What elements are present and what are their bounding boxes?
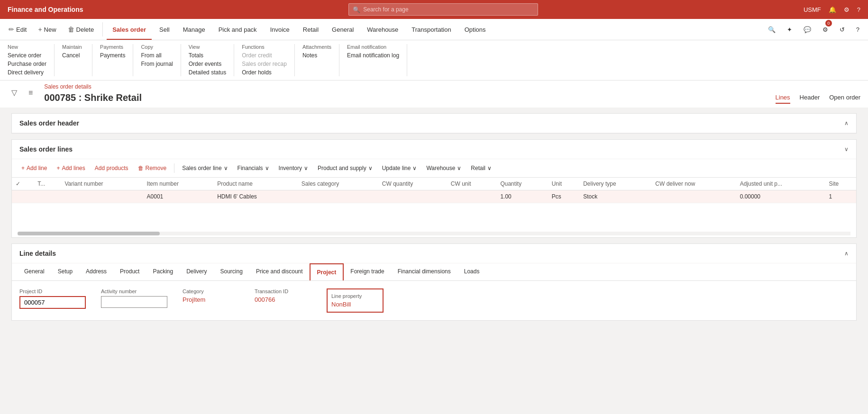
- ld-tab-delivery[interactable]: Delivery: [180, 263, 213, 280]
- add-products-button[interactable]: Add products: [91, 163, 132, 173]
- ld-tab-project[interactable]: Project: [310, 263, 344, 281]
- ribbon-item-order-holds[interactable]: Order holds: [242, 69, 287, 76]
- table-row[interactable]: A0001 HDMI 6' Cables 1.00 Pcs Stock 0.00…: [12, 190, 856, 203]
- ld-tab-address[interactable]: Address: [79, 263, 113, 280]
- warehouse-dropdown[interactable]: Warehouse ∨: [422, 163, 465, 173]
- ribbon-item-order-events[interactable]: Order events: [189, 60, 226, 68]
- ribbon-item-from-all[interactable]: From all: [141, 52, 173, 59]
- col-product-name: Product name: [213, 178, 298, 190]
- tab-transportation[interactable]: Transportation: [406, 19, 457, 40]
- sol-dropdown-chevron: ∨: [224, 165, 228, 171]
- cell-product-name: HDMI 6' Cables: [213, 190, 298, 203]
- ribbon-item-notes[interactable]: Notes: [302, 52, 331, 59]
- col-t: T...: [34, 178, 61, 190]
- tab-retail[interactable]: Retail: [297, 19, 324, 40]
- new-label: New: [44, 26, 56, 33]
- sales-order-lines-toggle[interactable]: Sales order lines ∨: [12, 140, 856, 159]
- tab-manage[interactable]: Manage: [177, 19, 211, 40]
- ribbon-item-payments[interactable]: Payments: [100, 52, 125, 59]
- tab-general[interactable]: General: [326, 19, 359, 40]
- user-label: USMF: [804, 6, 821, 13]
- ribbon-item-order-credit[interactable]: Order credit: [242, 52, 287, 59]
- transaction-id-link[interactable]: 000766: [255, 296, 311, 303]
- ribbon-group-attachments-items: Notes: [302, 52, 331, 59]
- ribbon-item-email-log[interactable]: Email notification log: [347, 52, 399, 59]
- header-tab-lines[interactable]: Lines: [776, 92, 790, 104]
- delete-action[interactable]: 🗑 Delete: [63, 19, 99, 40]
- ribbon-item-detailed-status[interactable]: Detailed status: [189, 69, 226, 76]
- ribbon-group-email: Email notification Email notification lo…: [339, 44, 407, 76]
- remove-button[interactable]: 🗑 Remove: [134, 163, 171, 173]
- header-row: ✓ T... Variant number Item number Produc…: [12, 178, 856, 190]
- line-details-chevron-up: ∧: [844, 250, 849, 257]
- tab-options[interactable]: Options: [459, 19, 492, 40]
- ribbon: ✏ Edit + New 🗑 Delete Sales order Sell M…: [0, 19, 868, 40]
- ribbon-icon1[interactable]: ✦: [782, 19, 797, 40]
- ld-tab-loads[interactable]: Loads: [457, 263, 486, 280]
- ribbon-item-purchase-order[interactable]: Purchase order: [8, 60, 46, 68]
- line-details-toggle[interactable]: Line details ∧: [12, 244, 856, 263]
- ld-tab-general[interactable]: General: [18, 263, 51, 280]
- edit-action[interactable]: ✏ Edit: [4, 19, 31, 40]
- update-line-dropdown[interactable]: Update line ∨: [378, 163, 421, 173]
- table-scroll[interactable]: ✓ T... Variant number Item number Produc…: [12, 178, 856, 203]
- tab-warehouse[interactable]: Warehouse: [361, 19, 404, 40]
- ribbon-icon2[interactable]: 💬: [799, 19, 816, 40]
- new-action[interactable]: + New: [33, 19, 61, 40]
- ld-tab-financial-dimensions[interactable]: Financial dimensions: [391, 263, 457, 280]
- scroll-track[interactable]: [18, 232, 850, 235]
- ribbon-group-view: View Totals Order events Detailed status: [181, 44, 234, 76]
- search-bar[interactable]: 🔍: [348, 3, 538, 16]
- cell-unit: Pcs: [548, 190, 580, 203]
- ribbon-item-sales-order-recap[interactable]: Sales order recap: [242, 60, 287, 68]
- ribbon-item-totals[interactable]: Totals: [189, 52, 226, 59]
- financials-dropdown[interactable]: Financials ∨: [234, 163, 273, 173]
- retail-dropdown[interactable]: Retail ∨: [467, 163, 495, 173]
- notification-icon[interactable]: 🔔: [829, 6, 836, 13]
- product-and-supply-dropdown[interactable]: Product and supply ∨: [314, 163, 376, 173]
- ribbon-icon4[interactable]: ↺: [835, 19, 850, 40]
- ribbon-item-service-order[interactable]: Service order: [8, 52, 46, 59]
- add-line-button[interactable]: + Add line: [18, 163, 51, 173]
- sales-order-header-toggle[interactable]: Sales order header ∧: [12, 114, 856, 133]
- activity-number-input[interactable]: [101, 296, 167, 308]
- ribbon-item-direct-delivery[interactable]: Direct delivery: [8, 69, 46, 76]
- sales-order-line-dropdown[interactable]: Sales order line ∨: [178, 163, 231, 173]
- line-property-link[interactable]: NonBill: [331, 301, 379, 308]
- ribbon-icon5[interactable]: ?: [851, 19, 864, 40]
- breadcrumb[interactable]: Sales order details: [44, 83, 860, 90]
- tab-invoice[interactable]: Invoice: [265, 19, 295, 40]
- filter-icon[interactable]: ▽: [4, 84, 25, 101]
- tab-sales-order[interactable]: Sales order: [107, 19, 152, 40]
- ld-tab-product[interactable]: Product: [113, 263, 146, 280]
- add-lines-button[interactable]: + Add lines: [53, 163, 89, 173]
- ribbon-item-from-journal[interactable]: From journal: [141, 60, 173, 68]
- help-icon[interactable]: ?: [857, 6, 860, 13]
- ld-tab-foreign-trade[interactable]: Foreign trade: [344, 263, 391, 280]
- cell-cw-quantity: [378, 190, 447, 203]
- category-link[interactable]: ProjItem: [183, 296, 239, 303]
- ribbon-icon3[interactable]: ⚙ 0: [818, 19, 833, 40]
- ribbon-group-email-label: Email notification: [347, 44, 399, 50]
- cell-cw-unit: [447, 190, 497, 203]
- line-property-field: Line property NonBill: [327, 288, 384, 313]
- ld-tab-sourcing[interactable]: Sourcing: [214, 263, 249, 280]
- ld-tab-price-and-discount[interactable]: Price and discount: [249, 263, 310, 280]
- settings-icon[interactable]: ⚙: [844, 6, 850, 13]
- ribbon-item-cancel[interactable]: Cancel: [62, 52, 84, 59]
- header-tab-header[interactable]: Header: [800, 92, 820, 104]
- tab-pick-and-pack[interactable]: Pick and pack: [213, 19, 263, 40]
- ribbon-search-icon[interactable]: 🔍: [763, 19, 780, 40]
- tab-sell[interactable]: Sell: [154, 19, 175, 40]
- ld-tab-setup[interactable]: Setup: [51, 263, 79, 280]
- ribbon-group-view-items: Totals Order events Detailed status: [189, 52, 226, 76]
- project-id-input[interactable]: [19, 296, 86, 309]
- category-label: Category: [183, 288, 239, 294]
- warehouse-chevron: ∨: [457, 165, 461, 171]
- hamburger-icon[interactable]: ≡: [25, 85, 37, 101]
- header-tab-open-order[interactable]: Open order: [829, 92, 860, 104]
- add-products-label: Add products: [95, 165, 128, 171]
- search-input[interactable]: [363, 6, 534, 13]
- inventory-dropdown[interactable]: Inventory ∨: [275, 163, 312, 173]
- ld-tab-packing[interactable]: Packing: [146, 263, 180, 280]
